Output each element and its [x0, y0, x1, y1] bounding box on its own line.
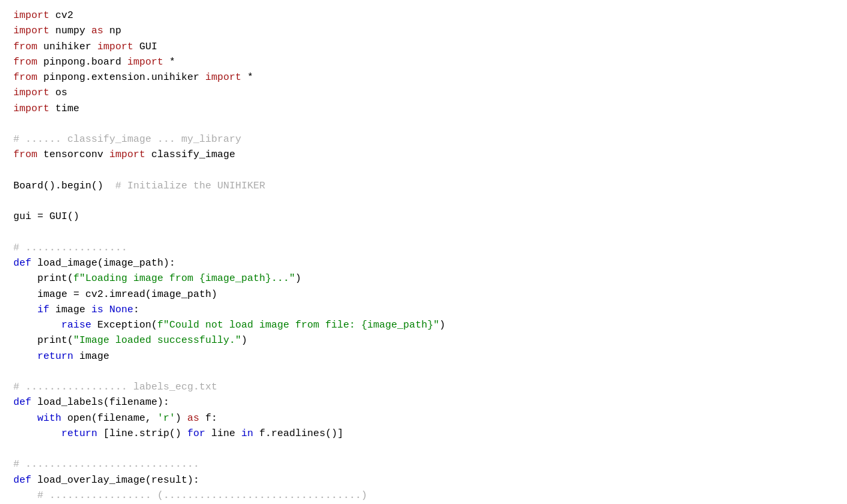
code-line-5: from pinpong.extension.unihiker import *	[13, 70, 834, 85]
code-line-26: def load_labels(filename):	[13, 395, 834, 410]
code-line-28: return [line.strip() for line in f.readl…	[13, 426, 834, 441]
code-line-25: # ................. labels_ecg.txt	[13, 379, 834, 395]
code-line-21: raise Exception(f"Could not load image f…	[13, 318, 834, 333]
code-line-4: from pinpong.board import *	[13, 55, 834, 70]
code-line-24	[13, 364, 834, 379]
code-line-13	[13, 194, 834, 209]
code-line-11	[13, 163, 834, 178]
code-line-15	[13, 225, 834, 240]
code-line-3: from unihiker import GUI	[13, 39, 834, 55]
code-line-22: print("Image loaded successfully.")	[13, 333, 834, 348]
code-line-8	[13, 117, 834, 132]
code-line-10: from tensorconv import classify_image	[13, 147, 834, 162]
code-line-20: if image is None:	[13, 302, 834, 318]
code-line-31: def load_overlay_image(result):	[13, 473, 834, 488]
code-line-2: import numpy as np	[13, 23, 834, 39]
code-line-23: return image	[13, 349, 834, 364]
code-line-32: # ................. (...................…	[13, 488, 834, 503]
code-line-29	[13, 441, 834, 457]
code-line-7: import time	[13, 101, 834, 117]
code-line-12: Board().begin() # Initialize the UNIHIKE…	[13, 178, 834, 194]
code-line-14: gui = GUI()	[13, 209, 834, 224]
code-editor: import cv2 import numpy as np from unihi…	[0, 0, 847, 504]
code-line-17: def load_image(image_path):	[13, 256, 834, 271]
code-line-30: # .............................	[13, 457, 834, 472]
code-line-27: with open(filename, 'r') as f:	[13, 411, 834, 426]
code-line-19: image = cv2.imread(image_path)	[13, 287, 834, 302]
code-line-9: # ...... classify_image ... my_library	[13, 132, 834, 147]
code-line-1: import cv2	[13, 8, 834, 23]
code-line-6: import os	[13, 85, 834, 101]
code-line-18: print(f"Loading image from {image_path}.…	[13, 271, 834, 286]
code-line-16: # .................	[13, 240, 834, 256]
